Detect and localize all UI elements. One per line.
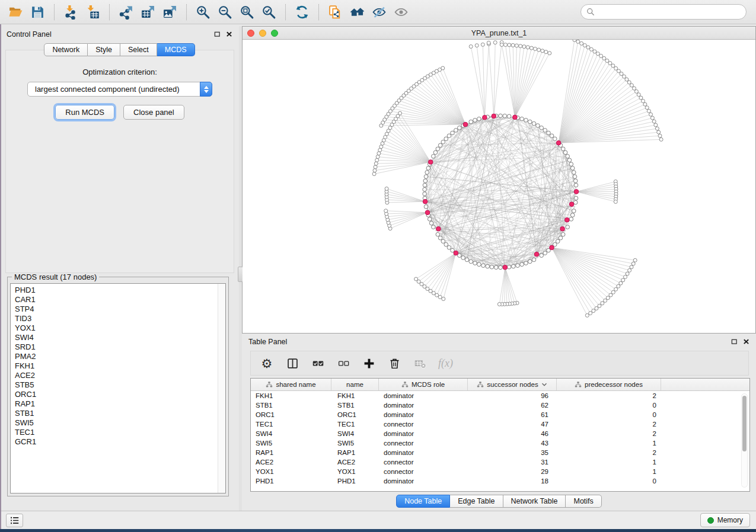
table-cell: 0 <box>557 476 661 486</box>
mcds-result-item[interactable]: SWI5 <box>15 418 225 428</box>
zoom-in-button[interactable] <box>192 2 214 22</box>
export-table-button[interactable] <box>137 2 159 22</box>
column-header-mcds-role[interactable]: MCDS role <box>379 379 468 390</box>
criterion-select[interactable]: largest connected component (undirected) <box>27 82 212 97</box>
mcds-result-item[interactable]: STP4 <box>15 305 225 314</box>
save-icon <box>30 5 45 20</box>
select-stepper-icon <box>200 82 212 97</box>
gear-icon[interactable]: ⚙ <box>260 356 274 370</box>
table-row[interactable]: RAP1RAP1dominator352 <box>251 448 749 457</box>
mcds-result-item[interactable]: FKH1 <box>15 361 225 371</box>
mcds-result-item[interactable]: CAR1 <box>15 295 225 305</box>
table-cell-filler <box>661 448 749 457</box>
minimize-window-icon[interactable] <box>259 30 266 37</box>
table-row[interactable]: FKH1FKH1dominator962 <box>251 391 749 400</box>
close-table-panel-icon[interactable] <box>743 338 749 345</box>
panel-splitter[interactable] <box>239 26 242 511</box>
tab-edge-table[interactable]: Edge Table <box>450 495 503 508</box>
table-row[interactable]: YOX1YOX1connector291 <box>251 467 749 476</box>
delete-icon[interactable] <box>387 356 401 370</box>
tab-node-table[interactable]: Node Table <box>396 495 450 508</box>
tab-network-table[interactable]: Network Table <box>503 495 566 508</box>
zoom-selected-button[interactable] <box>258 2 280 22</box>
tab-network[interactable]: Network <box>44 43 88 56</box>
mcds-result-item[interactable]: PMA2 <box>15 352 225 361</box>
table-cell: 0 <box>557 400 661 410</box>
float-panel-icon[interactable] <box>214 31 221 37</box>
mcds-result-item[interactable]: GCR1 <box>15 437 225 447</box>
close-panel-icon[interactable] <box>226 31 232 37</box>
add-icon[interactable] <box>362 356 376 370</box>
export-network-button[interactable] <box>115 2 137 22</box>
import-network-icon <box>63 5 78 20</box>
table-row[interactable]: SWI5SWI5connector431 <box>251 438 749 448</box>
mcds-result-item[interactable]: YOX1 <box>15 323 225 333</box>
search-box[interactable] <box>580 4 747 20</box>
table-row[interactable]: STB1STB1dominator620 <box>251 400 749 410</box>
table-scrollbar[interactable] <box>741 393 748 488</box>
close-window-icon[interactable] <box>247 30 254 37</box>
export-image-icon <box>162 5 177 20</box>
export-image-button[interactable] <box>159 2 181 22</box>
column-header-name[interactable]: name <box>331 379 379 390</box>
mcds-result-item[interactable]: TID3 <box>15 314 225 323</box>
zoom-fit-button[interactable] <box>236 2 258 22</box>
table-cell: 2 <box>557 419 661 429</box>
scrollbar-thumb[interactable] <box>742 396 747 451</box>
table-cell: connector <box>379 457 468 467</box>
table-tabs: Node TableEdge TableNetwork TableMotifs <box>242 492 756 511</box>
float-table-panel-icon[interactable] <box>731 338 738 345</box>
table-cell: 62 <box>468 400 557 410</box>
result-list-scrollbar[interactable] <box>218 284 225 493</box>
tab-motifs[interactable]: Motifs <box>566 495 601 508</box>
tab-select[interactable]: Select <box>120 43 157 56</box>
mcds-result-item[interactable]: PHD1 <box>15 286 225 295</box>
column-header-shared-name[interactable]: shared name <box>251 379 331 390</box>
table-row[interactable]: SWI4SWI4dominator462 <box>251 429 749 438</box>
memory-button[interactable]: Memory <box>700 513 750 527</box>
show-panels-button[interactable] <box>6 514 23 527</box>
table-cell-filler <box>661 400 749 410</box>
mcds-result-item[interactable]: SRD1 <box>15 342 225 352</box>
run-mcds-button[interactable]: Run MCDS <box>55 105 114 120</box>
table-cell-filler <box>661 457 749 467</box>
mcds-result-item[interactable]: RAP1 <box>15 399 225 409</box>
table-row[interactable]: ORC1ORC1dominator610 <box>251 410 749 419</box>
first-neighbors-button[interactable] <box>346 2 368 22</box>
manage-views-button[interactable] <box>324 2 346 22</box>
hide-details-icon <box>372 5 387 20</box>
import-network-button[interactable] <box>60 2 82 22</box>
table-row[interactable]: ACE2ACE2connector311 <box>251 457 749 467</box>
mcds-result-item[interactable]: STB5 <box>15 380 225 390</box>
refresh-button[interactable] <box>291 2 313 22</box>
mcds-result-item[interactable]: TEC1 <box>15 428 225 437</box>
hide-details-button[interactable] <box>368 2 390 22</box>
show-details-button[interactable] <box>390 2 412 22</box>
mcds-result-item[interactable]: ACE2 <box>15 371 225 380</box>
table-row[interactable]: TEC1TEC1connector472 <box>251 419 749 429</box>
deselect-all-icon[interactable] <box>336 356 350 370</box>
columns-icon[interactable] <box>285 356 299 370</box>
tab-mcds[interactable]: MCDS <box>157 43 195 56</box>
column-header-predecessor-nodes[interactable]: predecessor nodes <box>557 379 661 390</box>
network-canvas[interactable] <box>243 40 755 333</box>
tab-style[interactable]: Style <box>88 43 120 56</box>
select-all-icon[interactable] <box>311 356 325 370</box>
save-button[interactable] <box>27 2 49 22</box>
open-button[interactable] <box>5 2 27 22</box>
mcds-result-item[interactable]: STB1 <box>15 409 225 418</box>
table-row[interactable]: PHD1PHD1dominator180 <box>251 476 749 486</box>
search-input[interactable] <box>598 8 741 16</box>
sort-desc-icon <box>541 382 547 387</box>
close-panel-button[interactable]: Close panel <box>123 105 184 120</box>
network-graph[interactable] <box>243 40 755 333</box>
zoom-window-icon[interactable] <box>271 30 278 37</box>
mcds-result-list[interactable]: PHD1CAR1STP4TID3YOX1SWI4SRD1PMA2FKH1ACE2… <box>10 283 226 493</box>
mcds-result-item[interactable]: SWI4 <box>15 333 225 342</box>
toolbar-separator <box>109 4 110 20</box>
import-table-button[interactable] <box>82 2 104 22</box>
zoom-out-button[interactable] <box>214 2 236 22</box>
zoom-selected-icon <box>261 5 276 20</box>
column-header-successor-nodes[interactable]: successor nodes <box>468 379 557 390</box>
mcds-result-item[interactable]: ORC1 <box>15 390 225 399</box>
